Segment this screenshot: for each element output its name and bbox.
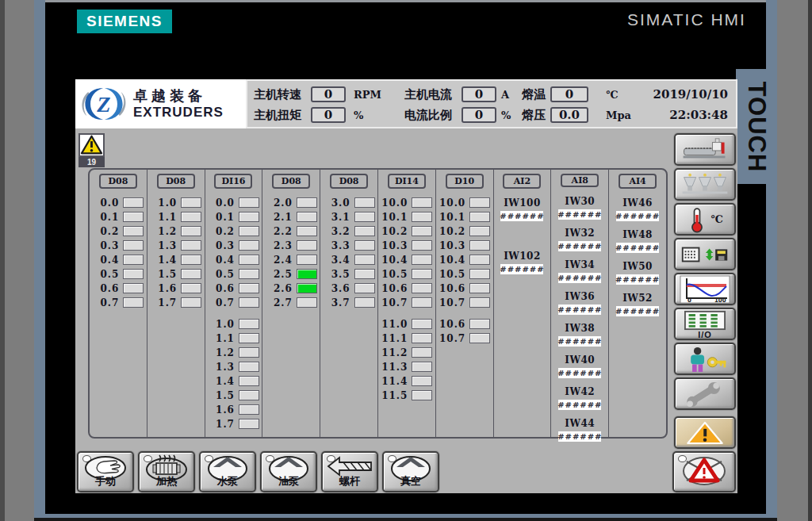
io-bit-row: 1.6 <box>150 283 201 293</box>
screw-label: 螺杆 <box>323 474 377 488</box>
io-bit-indicator <box>123 283 144 293</box>
io-bit-label: 10.1 <box>439 212 465 223</box>
io-bit-group: 3.03.13.23.33.43.53.63.7 <box>324 197 375 312</box>
io-bit-indicator <box>239 297 259 308</box>
io-bit-indicator <box>123 226 144 236</box>
water-pump-button[interactable]: 水泵 <box>199 451 256 492</box>
io-bit-group: 10.010.110.210.310.410.510.610.7 <box>381 197 432 312</box>
oil-pump-button[interactable]: 油泵 <box>260 451 317 492</box>
field-label-current: 主机电流 <box>404 87 462 102</box>
io-bit-indicator <box>239 333 259 343</box>
io-bit-row: 0.6 <box>208 283 259 293</box>
sidebar-button-temperature[interactable]: ℃ <box>674 203 736 236</box>
io-bit-indicator <box>239 376 259 386</box>
io-bit-label: 1.2 <box>150 226 177 237</box>
io-column-header: AI8 <box>561 174 599 187</box>
io-bit-row: 0.2 <box>208 226 259 236</box>
sidebar-button-extruder-overview[interactable] <box>674 133 736 166</box>
io-bit-label: 10.6 <box>439 319 465 330</box>
field-unit-current: A <box>501 89 515 101</box>
io-column-d10-6: D1010.010.110.210.310.410.510.610.710.61… <box>435 170 493 437</box>
alarm-indicator-badge[interactable]: 19 <box>79 133 105 167</box>
io-analog-item: IW46###### <box>616 197 659 221</box>
io-bit-indicator <box>239 319 259 329</box>
io-bit-indicator <box>239 362 259 372</box>
io-bit-label: 1.5 <box>208 390 235 401</box>
io-bit-row: 10.4 <box>381 255 432 265</box>
io-bit-indicator <box>297 226 317 236</box>
io-bit-indicator <box>469 333 490 343</box>
io-bit-indicator <box>412 212 432 222</box>
field-unit-speed: RPM <box>354 89 385 101</box>
io-bit-indicator <box>469 255 490 265</box>
io-bit-label: 1.7 <box>208 419 235 430</box>
io-bit-label: 1.1 <box>208 333 235 344</box>
sidebar-button-io-status[interactable]: I/O <box>674 308 736 340</box>
sidebar-button-settings[interactable] <box>674 377 736 410</box>
alarm-acknowledge-button[interactable] <box>672 451 736 492</box>
vacuum-button[interactable]: 真空 <box>382 451 439 492</box>
hmi-screen: Z 卓越装备 EXTRUDERS 主机转速 0 RPM 主机电流 0 A 熔温 … <box>75 79 737 493</box>
io-bit-label: 2.7 <box>266 297 293 308</box>
frame-top-edge <box>0 0 812 2</box>
sidebar-button-trend-curves[interactable]: 0 100 <box>674 273 736 305</box>
io-bit-row: 1.7 <box>208 419 259 429</box>
io-analog-tag: IW40 <box>565 354 595 366</box>
io-bit-indicator <box>354 269 375 279</box>
io-bit-label: 11.1 <box>381 333 408 344</box>
field-unit-current-ratio: % <box>501 109 515 121</box>
sidebar-button-feeders[interactable] <box>674 168 736 201</box>
io-bit-indicator <box>469 319 490 329</box>
io-bit-indicator <box>469 226 490 236</box>
io-bit-indicator <box>123 297 144 308</box>
field-label-speed: 主机转速 <box>254 87 311 102</box>
io-bit-label: 3.1 <box>324 212 350 223</box>
sidebar-button-recipe-transfer[interactable] <box>674 238 736 270</box>
io-bit-group: 10.610.7 <box>439 319 490 347</box>
io-column-d08-3: D082.02.12.22.32.42.52.62.7 <box>262 170 320 437</box>
io-bit-label: 3.7 <box>324 297 350 308</box>
io-bit-label: 0.7 <box>208 297 235 308</box>
sidebar-button-user-login[interactable] <box>674 343 736 375</box>
io-bit-row: 1.2 <box>150 226 201 236</box>
io-analog-tag: IW100 <box>504 197 541 209</box>
heating-button[interactable]: 加热 <box>138 451 195 492</box>
process-values-box: 主机转速 0 RPM 主机电流 0 A 熔温 0 ℃ 2019/10/10 主机… <box>246 79 737 128</box>
io-bit-indicator <box>181 240 201 251</box>
io-bit-label: 0.3 <box>92 240 119 251</box>
screw-button[interactable]: 螺杆 <box>321 451 378 492</box>
io-bit-row: 1.4 <box>208 376 259 386</box>
manual-mode-button[interactable]: 手动 <box>77 451 134 492</box>
io-bit-group: 10.010.110.210.310.410.510.610.7 <box>439 197 490 312</box>
io-bit-row: 0.3 <box>208 240 259 251</box>
io-bit-indicator <box>354 226 375 236</box>
io-column-ai8-8: AI8IW30######IW32######IW34######IW36###… <box>550 170 608 437</box>
io-bit-row: 1.4 <box>150 255 201 265</box>
io-bit-row: 10.6 <box>381 283 432 293</box>
io-bit-indicator <box>181 269 201 279</box>
io-analog-item: IW44###### <box>558 418 601 442</box>
io-bit-row: 3.5 <box>324 269 375 279</box>
io-bit-label: 10.7 <box>439 297 465 308</box>
io-analog-item: IW30###### <box>558 196 601 220</box>
io-analog-tag: IW52 <box>622 293 653 304</box>
io-column-di16-2: DI160.00.10.20.30.40.50.60.71.01.11.21.3… <box>205 170 262 437</box>
io-bit-indicator <box>412 333 432 343</box>
data-transfer-icon <box>680 242 730 267</box>
io-bit-label: 2.6 <box>266 283 293 294</box>
io-column-d08-4: D083.03.13.23.33.43.53.63.7 <box>320 170 377 437</box>
field-label-melt-temp: 熔温 <box>522 87 550 102</box>
io-bit-row: 3.1 <box>324 212 375 222</box>
io-analog-item: IW34###### <box>558 259 601 283</box>
io-analog-tag: IW102 <box>504 251 541 262</box>
io-bit-row: 10.7 <box>439 297 490 308</box>
io-bit-indicator <box>412 390 432 400</box>
io-analog-item: IW48###### <box>616 229 659 253</box>
sidebar-button-alarm-view[interactable] <box>674 416 736 449</box>
io-bit-label: 0.2 <box>92 226 119 237</box>
io-bit-indicator <box>469 197 490 208</box>
io-button-label: I/O <box>698 331 712 339</box>
io-bit-indicator <box>239 269 259 279</box>
io-analog-tag: IW46 <box>622 197 653 209</box>
io-bit-indicator <box>469 240 490 251</box>
